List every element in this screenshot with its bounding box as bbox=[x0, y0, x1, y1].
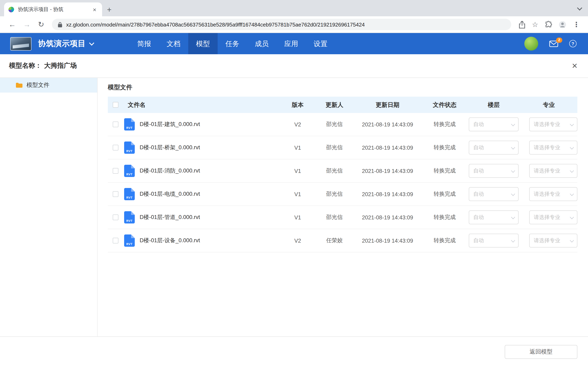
model-files-table: 文件名 版本 更新人 更新日期 文件状态 楼层 专业 RVT D楼-01层-建筑… bbox=[108, 97, 577, 252]
section-title: 模型文件 bbox=[108, 83, 577, 91]
browser-window: 协筑演示项目 - 协筑 × + ← → ↻ xz.glodon.com/mode… bbox=[0, 0, 588, 367]
nav-tab-label: 应用 bbox=[284, 39, 298, 48]
user-avatar[interactable] bbox=[524, 37, 538, 50]
bookmark-star-icon[interactable]: ☆ bbox=[529, 20, 542, 29]
folder-icon bbox=[16, 82, 23, 88]
file-version: V2 bbox=[279, 121, 316, 127]
file-updater: 邵光信 bbox=[316, 121, 353, 128]
project-name: 协筑演示项目 bbox=[38, 38, 86, 49]
file-version: V1 bbox=[279, 214, 316, 220]
floor-select[interactable]: 自动 bbox=[469, 234, 519, 248]
sidebar-item-model-files[interactable]: 模型文件 bbox=[0, 78, 97, 92]
table-row: RVT D楼-01层-桥架_0.000.rvt V1 邵光信 2021-08-1… bbox=[108, 136, 577, 159]
table-row: RVT D楼-01层-消防_0.000.rvt V1 邵光信 2021-08-1… bbox=[108, 159, 577, 183]
url-bar[interactable]: xz.glodon.com/model/main/278b7967ebba470… bbox=[52, 19, 511, 30]
nav-tab-briefing[interactable]: 简报 bbox=[130, 33, 159, 54]
tab-close-icon[interactable]: × bbox=[91, 6, 98, 13]
close-icon[interactable]: × bbox=[572, 61, 577, 71]
nav-tab-model[interactable]: 模型 bbox=[188, 33, 218, 54]
floor-select[interactable]: 自动 bbox=[469, 210, 519, 224]
chevron-down-icon bbox=[511, 122, 515, 126]
table-row: RVT D楼-01层-设备_0.000.rvt V2 任荣姣 2021-08-1… bbox=[108, 229, 577, 252]
row-checkbox[interactable] bbox=[113, 168, 118, 174]
major-select[interactable]: 请选择专业 bbox=[529, 141, 577, 155]
help-button[interactable]: ? bbox=[569, 40, 577, 47]
nav-tab-label: 文档 bbox=[167, 39, 181, 48]
col-header-version: 版本 bbox=[279, 101, 316, 109]
nav-tab-documents[interactable]: 文档 bbox=[159, 33, 188, 54]
file-name[interactable]: D楼-01层-建筑_0.000.rvt bbox=[140, 121, 200, 128]
rvt-file-icon: RVT bbox=[124, 188, 135, 200]
nav-tab-apps[interactable]: 应用 bbox=[277, 33, 306, 54]
file-name[interactable]: D楼-01层-桥架_0.000.rvt bbox=[140, 144, 200, 151]
rvt-file-icon: RVT bbox=[124, 165, 135, 177]
major-select[interactable]: 请选择专业 bbox=[529, 210, 577, 224]
floor-select[interactable]: 自动 bbox=[469, 164, 519, 178]
major-select[interactable]: 请选择专业 bbox=[529, 164, 577, 178]
row-checkbox[interactable] bbox=[113, 191, 118, 197]
major-select[interactable]: 请选择专业 bbox=[529, 117, 577, 131]
nav-tab-settings[interactable]: 设置 bbox=[306, 33, 335, 54]
major-select[interactable]: 请选择专业 bbox=[529, 187, 577, 201]
col-header-updater: 更新人 bbox=[316, 101, 353, 109]
messages-button[interactable]: 2 bbox=[549, 40, 558, 47]
forward-button[interactable]: → bbox=[20, 21, 34, 28]
model-name-value: 大拇指广场 bbox=[44, 62, 77, 70]
row-checkbox[interactable] bbox=[113, 238, 118, 243]
reload-button[interactable]: ↻ bbox=[34, 21, 48, 28]
floor-select[interactable]: 自动 bbox=[469, 141, 519, 155]
app-header-right: 2 ? bbox=[524, 37, 577, 50]
content-area: 模型文件 模型文件 文件名 版本 更新人 更新日期 文件状态 楼层 专业 bbox=[0, 78, 588, 336]
file-version: V1 bbox=[279, 145, 316, 151]
nav-tab-members[interactable]: 成员 bbox=[247, 33, 277, 54]
browser-menu-icon[interactable]: ⋮ bbox=[570, 20, 583, 29]
tab-search-icon[interactable] bbox=[578, 4, 581, 11]
back-to-model-button[interactable]: 返回模型 bbox=[505, 345, 577, 359]
new-tab-button[interactable]: + bbox=[107, 6, 112, 13]
nav-tab-tasks[interactable]: 任务 bbox=[218, 33, 247, 54]
nav-tab-label: 成员 bbox=[255, 39, 269, 48]
row-checkbox[interactable] bbox=[113, 122, 118, 127]
table-row: RVT D楼-01层-电缆_0.000.rvt V1 邵光信 2021-08-1… bbox=[108, 183, 577, 206]
browser-profile-icon[interactable] bbox=[555, 21, 570, 28]
file-status: 转换完成 bbox=[422, 121, 467, 128]
floor-select[interactable]: 自动 bbox=[469, 187, 519, 201]
nav-tab-label: 任务 bbox=[225, 39, 239, 48]
table-row: RVT D楼-01层-建筑_0.000.rvt V2 邵光信 2021-08-1… bbox=[108, 113, 577, 136]
site-favicon-icon bbox=[8, 6, 14, 12]
file-updater: 邵光信 bbox=[316, 191, 353, 198]
col-header-status: 文件状态 bbox=[422, 101, 467, 109]
chevron-down-icon bbox=[570, 168, 574, 173]
major-select[interactable]: 请选择专业 bbox=[529, 234, 577, 248]
chevron-down-icon bbox=[511, 215, 515, 219]
row-checkbox[interactable] bbox=[113, 215, 118, 220]
chevron-down-icon bbox=[570, 192, 574, 196]
file-name[interactable]: D楼-01层-电缆_0.000.rvt bbox=[140, 191, 200, 198]
extensions-icon[interactable] bbox=[541, 21, 555, 28]
chevron-down-icon bbox=[570, 215, 574, 219]
back-button[interactable]: ← bbox=[5, 21, 20, 28]
floor-select[interactable]: 自动 bbox=[469, 117, 519, 131]
select-all-checkbox[interactable] bbox=[113, 102, 118, 108]
project-logo[interactable] bbox=[10, 37, 31, 50]
chevron-down-icon bbox=[511, 145, 515, 149]
app-nav: 简报 文档 模型 任务 成员 应用 设置 bbox=[130, 33, 335, 54]
table-row: RVT D楼-01层-管道_0.000.rvt V1 邵光信 2021-08-1… bbox=[108, 206, 577, 229]
project-name-dropdown[interactable]: 协筑演示项目 bbox=[38, 38, 94, 49]
browser-tab[interactable]: 协筑演示项目 - 协筑 × bbox=[4, 2, 102, 16]
file-name[interactable]: D楼-01层-管道_0.000.rvt bbox=[140, 214, 200, 221]
file-name[interactable]: D楼-01层-消防_0.000.rvt bbox=[140, 167, 200, 175]
rvt-file-icon: RVT bbox=[124, 211, 135, 224]
file-status: 转换完成 bbox=[422, 191, 467, 198]
rvt-file-icon: RVT bbox=[124, 142, 135, 154]
lock-icon bbox=[58, 21, 62, 27]
url-text: xz.glodon.com/model/main/278b7967ebba470… bbox=[66, 21, 365, 27]
file-updater: 邵光信 bbox=[316, 167, 353, 175]
col-header-floor: 楼层 bbox=[467, 101, 520, 109]
chevron-down-icon bbox=[577, 5, 582, 10]
file-name[interactable]: D楼-01层-设备_0.000.rvt bbox=[140, 237, 200, 244]
row-checkbox[interactable] bbox=[113, 145, 118, 150]
file-update-date: 2021-08-19 14:43:09 bbox=[353, 168, 422, 174]
browser-toolbar: ← → ↻ xz.glodon.com/model/main/278b7967e… bbox=[0, 16, 588, 33]
share-icon[interactable] bbox=[515, 21, 529, 28]
